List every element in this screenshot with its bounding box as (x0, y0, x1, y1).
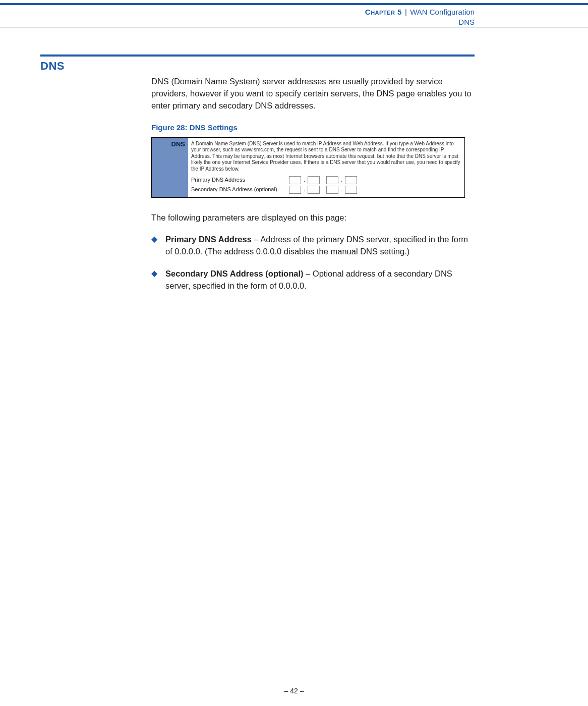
primary-dns-octet-2[interactable] (308, 176, 320, 184)
parameter-list: ◆ Primary DNS Address – Address of the p… (151, 234, 475, 292)
figure-description: A Domain Name System (DNS) Server is use… (191, 141, 461, 173)
document-page: Chapter 5 | WAN Configuration DNS DNS DN… (0, 0, 588, 706)
diamond-bullet-icon: ◆ (151, 235, 157, 243)
chapter-prefix: Chapter 5 (365, 8, 402, 16)
primary-dns-octet-4[interactable] (345, 176, 357, 184)
secondary-dns-octet-4[interactable] (345, 186, 357, 194)
chapter-line: Chapter 5 | WAN Configuration (365, 7, 475, 17)
figure-row-secondary: Secondary DNS Address (optional) . . . (191, 186, 461, 194)
page-number: – 42 – (0, 687, 588, 695)
figure-row-primary: Primary DNS Address . . . (191, 176, 461, 184)
parameter-item-secondary: ◆ Secondary DNS Address (optional) – Opt… (151, 268, 475, 292)
primary-dns-label: Primary DNS Address (191, 177, 287, 184)
figure-content: A Domain Name System (DNS) Server is use… (191, 141, 461, 196)
figure-sidebar: DNS (152, 138, 188, 197)
secondary-dns-label: Secondary DNS Address (optional) (191, 186, 287, 193)
running-header: Chapter 5 | WAN Configuration DNS (365, 7, 475, 28)
figure-sidebar-label: DNS (171, 140, 185, 149)
parameter-title: Primary DNS Address (165, 235, 252, 244)
section-rule (40, 55, 475, 57)
secondary-dns-octet-2[interactable] (308, 186, 320, 194)
figure-caption: Figure 28: DNS Settings (151, 122, 475, 133)
section-title: DNS (40, 60, 65, 73)
header-top-rule (0, 3, 588, 5)
intro-paragraph: DNS (Domain Name System) server addresse… (151, 76, 475, 112)
primary-dns-octet-1[interactable] (289, 176, 301, 184)
figure-screenshot: DNS A Domain Name System (DNS) Server is… (151, 137, 465, 198)
followup-text: The following parameters are displayed o… (151, 212, 475, 224)
secondary-dns-octet-1[interactable] (289, 186, 301, 194)
diamond-bullet-icon: ◆ (151, 269, 157, 278)
secondary-dns-octet-3[interactable] (326, 186, 338, 194)
chapter-title: WAN Configuration (410, 8, 475, 16)
chapter-separator: | (404, 8, 408, 16)
parameter-item-primary: ◆ Primary DNS Address – Address of the p… (151, 234, 475, 258)
parameter-title: Secondary DNS Address (optional) (165, 269, 304, 278)
primary-dns-octet-3[interactable] (326, 176, 338, 184)
header-subsection: DNS (365, 17, 475, 27)
header-under-rule (0, 27, 588, 28)
body-column: DNS (Domain Name System) server addresse… (151, 76, 475, 302)
